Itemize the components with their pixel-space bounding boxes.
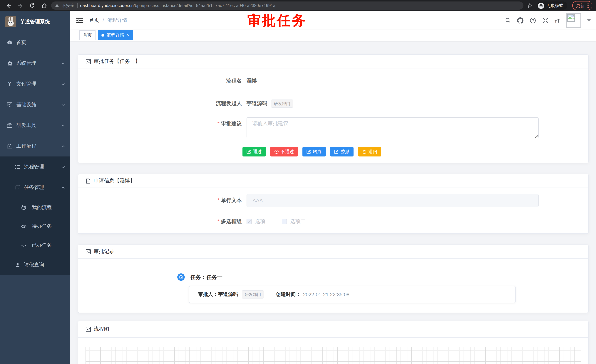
sidebar-item-process-mgmt[interactable]: 流程管理 (0, 156, 70, 177)
reject-button[interactable]: 不通过 (270, 147, 298, 156)
yen-icon: ¥ (7, 81, 13, 87)
chevron-down-icon (61, 165, 65, 169)
button-label: 转办 (313, 148, 322, 155)
active-tab-dot (101, 34, 104, 37)
toolbox-icon (7, 123, 13, 128)
tabs-bar: 首页 流程详情 × (70, 29, 596, 41)
browser-menu-icon[interactable] (588, 3, 589, 8)
checkbox-group-row: *多选框组 选项一 选项二 (86, 216, 581, 227)
eye-icon (21, 223, 27, 229)
transfer-button[interactable]: 转办 (302, 147, 326, 156)
timeline-item: 任务：任务一 (177, 271, 581, 283)
flow-icon (15, 185, 20, 190)
app-title: 芋道管理系统 (20, 18, 50, 25)
tab-label: 首页 (83, 32, 92, 38)
reload-icon[interactable] (27, 1, 37, 10)
browser-update-button[interactable]: 更新 (572, 1, 592, 10)
checkbox-label: 选项二 (290, 218, 306, 225)
sidebar-item-payment[interactable]: ¥ 支付管理 (0, 74, 70, 94)
undo-icon (362, 149, 366, 154)
address-bar[interactable]: 不安全 dashboard.yudao.iocoder.cn/bpm/proce… (51, 1, 523, 10)
briefcase-icon (7, 143, 13, 149)
sidebar-item-my-process[interactable]: 我的流程 (0, 198, 70, 217)
picture-icon (86, 59, 91, 64)
avatar-caret-icon[interactable] (587, 19, 591, 22)
help-icon[interactable] (530, 17, 536, 23)
initiator-label: 流程发起人 (86, 100, 242, 107)
approver-label: 审批人： (198, 291, 218, 298)
process-name-row: 流程名 滔博 (86, 74, 581, 88)
sidebar-item-label: 支付管理 (16, 81, 61, 87)
approval-task-card: 审批任务【任务一】 流程名 滔博 流程发起人 芋道源码 研发部门 (78, 54, 589, 163)
gear-icon (7, 60, 13, 66)
avatar[interactable] (566, 13, 581, 28)
suggestion-label: *审批建议 (86, 121, 242, 127)
incognito-icon (538, 2, 544, 9)
process-diagram-card-header: 流程图 (78, 321, 588, 338)
return-button[interactable]: 退回 (358, 147, 381, 156)
search-icon[interactable] (505, 17, 511, 23)
github-icon[interactable] (517, 17, 524, 23)
sidebar-item-done-tasks[interactable]: 已办任务 (0, 236, 70, 255)
sidebar-item-label: 我的流程 (32, 204, 65, 211)
sidebar-item-task-mgmt[interactable]: 任务管理 (0, 177, 70, 198)
sidebar-item-label: 任务管理 (24, 184, 61, 191)
breadcrumb-home[interactable]: 首页 (89, 17, 99, 24)
tab-process-detail[interactable]: 流程详情 × (98, 30, 133, 40)
sidebar-item-label: 已办任务 (32, 242, 65, 248)
create-time-value: 2022-01-21 22:35:08 (303, 292, 350, 297)
tab-close-icon[interactable]: × (127, 33, 129, 37)
application-info-card-header: 申请信息【滔博】 (78, 174, 588, 188)
card-title: 审批任务【任务一】 (94, 58, 140, 65)
back-icon[interactable] (4, 1, 13, 10)
bpmn-diagram-canvas[interactable] (86, 347, 581, 364)
sidebar-item-label: 工作流程 (16, 143, 61, 149)
initiator-value: 芋道源码 研发部门 (246, 100, 293, 108)
sidebar-item-infra[interactable]: 基础设施 (0, 94, 70, 115)
record-detail-box: 审批人： 芋道源码 研发部门 创建时间： 2022-01-21 22:35:08 (189, 286, 516, 303)
font-size-icon[interactable]: TT (555, 18, 560, 23)
approval-task-card-header: 审批任务【任务一】 (78, 55, 588, 68)
home-icon[interactable] (39, 1, 49, 10)
edit-icon (306, 149, 311, 154)
app-logo[interactable]: 芋道管理系统 (0, 11, 70, 32)
approval-task-card-body: 流程名 滔博 流程发起人 芋道源码 研发部门 *审批建议 (78, 68, 588, 163)
approve-button[interactable]: 通过 (242, 147, 266, 156)
single-line-text-input (246, 194, 539, 207)
update-label: 更新 (576, 3, 585, 8)
tab-label: 流程详情 (107, 32, 124, 38)
user-icon (15, 262, 20, 268)
suggestion-textarea[interactable] (246, 117, 539, 138)
sidebar-collapse-icon[interactable] (76, 17, 83, 23)
button-label: 通过 (253, 148, 262, 155)
picture-icon (86, 249, 91, 254)
sidebar-item-leave-query[interactable]: 请假查询 (0, 255, 70, 275)
sidebar-item-label: 系统管理 (16, 60, 61, 66)
checkbox-label: 选项一 (255, 218, 271, 225)
chevron-down-icon (61, 82, 65, 86)
browser-toolbar: 不安全 dashboard.yudao.iocoder.cn/bpm/proce… (0, 0, 596, 11)
forward-icon[interactable] (15, 1, 25, 10)
url-text: dashboard.yudao.iocoder.cn/bpm/process-i… (80, 3, 276, 8)
task-title: 任务：任务一 (190, 274, 223, 281)
sidebar-item-home[interactable]: 首页 (0, 32, 70, 53)
bookmark-star-icon[interactable] (527, 3, 532, 8)
sidebar-item-devtools[interactable]: 研发工具 (0, 115, 70, 136)
process-name-value: 滔博 (246, 78, 257, 84)
dept-tag: 研发部门 (271, 100, 293, 108)
tab-home[interactable]: 首页 (79, 30, 96, 40)
fullscreen-icon[interactable] (543, 17, 548, 23)
approval-record-card-body: 任务：任务一 审批人： 芋道源码 研发部门 创建时间： 2022-01-21 2… (78, 259, 588, 313)
card-title: 审批记录 (94, 248, 114, 255)
sidebar-item-system[interactable]: 系统管理 (0, 53, 70, 74)
checkbox-unchecked-icon (282, 219, 287, 224)
sidebar-item-todo-tasks[interactable]: 待办任务 (0, 217, 70, 236)
sidebar-item-label: 首页 (16, 39, 65, 46)
page-content: 审批任务【任务一】 流程名 滔博 流程发起人 芋道源码 研发部门 (70, 41, 596, 364)
checkbox-group-label: *多选框组 (86, 218, 242, 225)
security-label: 不安全 (62, 3, 74, 8)
breadcrumb-separator: / (103, 18, 104, 23)
delegate-button[interactable]: 委派 (330, 147, 354, 156)
breadcrumb-current: 流程详情 (107, 17, 127, 24)
sidebar-item-workflow[interactable]: 工作流程 (0, 136, 70, 156)
